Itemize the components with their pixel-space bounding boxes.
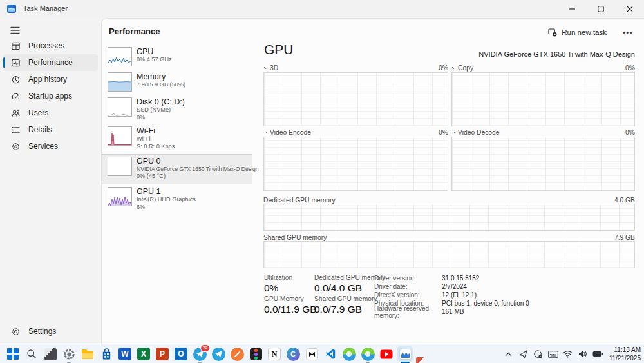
chevron-up-icon (505, 352, 512, 357)
sidebar-item-details[interactable]: Details (3, 121, 98, 138)
powerpoint-icon: P (156, 348, 169, 360)
maximize-button[interactable] (586, 0, 615, 18)
sidebar-item-label: Performance (28, 58, 73, 67)
chart-max-shared-memory: 7.9 GB (614, 234, 635, 241)
gpu-details-table: Driver version:31.0.15.5152 Driver date:… (374, 274, 529, 316)
cpu-sparkline (108, 47, 132, 66)
tray-telegram[interactable] (518, 349, 529, 359)
close-button[interactable] (615, 0, 644, 18)
gpu-panel-title: GPU (264, 42, 294, 57)
chart-type-dropdown[interactable] (263, 131, 268, 134)
chart-type-dropdown[interactable] (263, 66, 268, 70)
taskbar-app-dark[interactable] (43, 346, 58, 362)
services-icon (10, 141, 21, 152)
capcut-icon (306, 348, 318, 360)
gpu-detail-panel: GPU NVIDIA GeForce GTX 1650 Ti with Max-… (263, 19, 635, 344)
chart-label-copy: Copy (458, 64, 473, 72)
chart-value-3d: 0% (439, 64, 448, 72)
notion-icon: N (268, 348, 281, 360)
chart-type-dropdown[interactable] (451, 131, 456, 134)
tray-volume[interactable] (578, 349, 588, 359)
sidebar-item-startup-apps[interactable]: Startup apps (3, 88, 98, 104)
wifi-icon (563, 350, 573, 358)
taskbar-task-manager[interactable] (397, 346, 413, 362)
navigation-menu-button[interactable] (5, 22, 24, 39)
chart-value-video-encode: 0% (439, 129, 448, 136)
store-icon (100, 348, 113, 360)
speaker-icon (578, 350, 587, 358)
taskbar-green-app-2[interactable] (360, 346, 375, 362)
vscode-icon (325, 348, 336, 360)
perf-item-gpu0[interactable]: GPU 0 NVIDIA GeForce GTX 1650 Ti with Ma… (108, 157, 251, 180)
chart-label-3d: 3D (270, 64, 278, 72)
search-icon (26, 349, 37, 359)
word-icon: W (118, 348, 131, 360)
tray-update-status[interactable] (533, 349, 544, 359)
tray-touch-keyboard[interactable] (548, 349, 558, 359)
taskbar-canva[interactable]: C (285, 346, 301, 362)
taskbar-settings[interactable] (61, 346, 77, 362)
taskbar-vscode[interactable] (323, 346, 338, 362)
perf-item-wifi[interactable]: Wi-Fi Wi-Fi S: 0 R: 0 Kbps (108, 126, 251, 150)
chart-dedicated-gpu-memory (263, 204, 635, 231)
perf-item-disk0[interactable]: Disk 0 (C: D:) SSD (NVMe) 0% (108, 97, 251, 121)
chart-label-shared-memory: Shared GPU memory (263, 234, 327, 241)
taskbar-excel[interactable]: X (136, 346, 151, 362)
taskbar-notion[interactable]: N (267, 346, 282, 362)
perf-item-gpu1[interactable]: GPU 1 Intel(R) UHD Graphics 6% (108, 187, 251, 211)
chart-value-video-decode: 0% (625, 129, 635, 136)
keyboard-icon (548, 351, 558, 358)
taskbar-microsoft-store[interactable] (99, 346, 114, 362)
taskbar-green-app-1[interactable] (341, 346, 357, 362)
gpu0-sparkline (108, 157, 132, 176)
taskbar: W X P O 72 (0, 344, 644, 363)
tray-wifi[interactable] (563, 349, 573, 359)
brush-app-icon (231, 348, 244, 361)
sidebar-item-processes[interactable]: Processes (3, 37, 98, 54)
tray-overflow-button[interactable] (504, 349, 514, 359)
sidebar-item-settings[interactable]: Settings (3, 323, 98, 340)
stat-shared-memory: Shared GPU memory 0.0/7.9 GB (314, 295, 377, 315)
sidebar-item-performance[interactable]: Performance (3, 54, 98, 71)
taskbar-word[interactable]: W (117, 346, 133, 362)
taskbar-file-explorer[interactable] (80, 346, 95, 362)
stat-utilization: Utilization 0% (264, 274, 292, 293)
perf-item-memory[interactable]: Memory 7.9/15.9 GB (50%) (108, 72, 251, 92)
chart-copy (451, 72, 635, 126)
search-button[interactable] (24, 346, 39, 362)
details-icon (10, 124, 21, 135)
minimize-icon (569, 6, 575, 12)
taskbar-clock[interactable]: 11:13 AM 11/21/2025 (609, 346, 641, 362)
sidebar-item-app-history[interactable]: App history (3, 71, 98, 88)
chart-type-dropdown[interactable] (451, 66, 456, 70)
taskbar-outlook[interactable]: O (173, 346, 189, 362)
chart-video-decode (451, 137, 635, 191)
minimize-button[interactable] (557, 0, 586, 18)
tray-battery[interactable] (592, 349, 603, 359)
clipped-notification-icon (416, 357, 424, 363)
users-icon (10, 108, 21, 118)
chart-max-dedicated-memory: 4.0 GB (614, 197, 635, 204)
sidebar-item-label: Services (28, 142, 58, 151)
memory-sparkline (108, 72, 132, 92)
start-button[interactable] (5, 346, 21, 362)
chart-value-copy: 0% (625, 64, 635, 72)
sidebar-item-services[interactable]: Services (3, 138, 98, 155)
gpu-device-name: NVIDIA GeForce GTX 1650 Ti with Max-Q De… (478, 50, 635, 58)
sidebar-item-users[interactable]: Users (3, 104, 98, 121)
taskbar-capcut[interactable] (304, 346, 319, 362)
taskbar-powerpoint[interactable]: P (155, 346, 170, 362)
taskbar-design-app[interactable] (229, 346, 245, 362)
taskbar-telegram[interactable] (211, 346, 226, 362)
taskbar-figma[interactable] (248, 346, 263, 362)
sidebar-item-label: Users (28, 108, 48, 117)
taskbar-telegram-unread[interactable]: 72 (192, 346, 207, 362)
taskbar-youtube[interactable] (379, 346, 394, 362)
window-title: Task Manager (23, 5, 68, 12)
perf-item-cpu[interactable]: CPU 0% 4.57 GHz (108, 47, 251, 66)
startup-apps-icon (10, 91, 21, 101)
chart-video-encode (263, 137, 448, 191)
performance-panel: Performance Run new task ••• CPU 0% 4.57… (101, 18, 644, 344)
maximize-icon (598, 6, 604, 12)
telegram-icon (212, 348, 225, 361)
